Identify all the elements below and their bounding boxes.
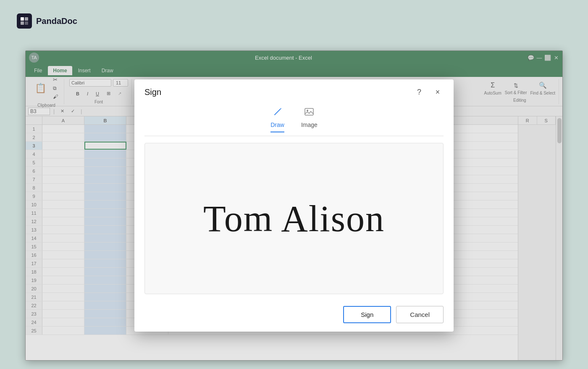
svg-point-5 [307, 110, 308, 111]
close-button[interactable]: × [432, 86, 444, 98]
svg-rect-2 [21, 21, 24, 25]
tab-draw[interactable]: Draw [270, 106, 284, 132]
image-tab-icon [304, 106, 315, 120]
dialog-footer: Sign Cancel [134, 301, 454, 332]
svg-rect-0 [21, 17, 24, 21]
modal-overlay: Sign ? × Draw [26, 51, 562, 360]
sign-button[interactable]: Sign [343, 306, 391, 323]
svg-rect-3 [25, 21, 28, 25]
signature-text: Tom Alison [203, 198, 385, 240]
dialog-header-right: ? × [413, 86, 444, 98]
sign-dialog: Sign ? × Draw [134, 79, 454, 332]
excel-window: TA Excel document - Excel 💬 — ⬜ ✕ File H… [25, 50, 563, 361]
tab-image[interactable]: Image [301, 106, 318, 132]
draw-tab-icon [272, 106, 283, 120]
dialog-tabs: Draw Image [144, 103, 444, 136]
signature-canvas[interactable]: Tom Alison [144, 143, 444, 294]
pandadoc-bar: PandaDoc [0, 0, 588, 42]
cancel-button[interactable]: Cancel [396, 306, 444, 323]
pandadoc-logo: PandaDoc [17, 13, 77, 29]
image-tab-label: Image [301, 121, 318, 128]
svg-rect-1 [25, 17, 28, 21]
help-button[interactable]: ? [413, 86, 425, 98]
draw-tab-label: Draw [270, 121, 284, 128]
pandadoc-logo-icon [17, 13, 32, 29]
dialog-header: Sign ? × [134, 79, 454, 103]
svg-rect-4 [305, 108, 313, 115]
dialog-title: Sign [144, 87, 161, 97]
pandadoc-logo-text: PandaDoc [36, 16, 77, 26]
